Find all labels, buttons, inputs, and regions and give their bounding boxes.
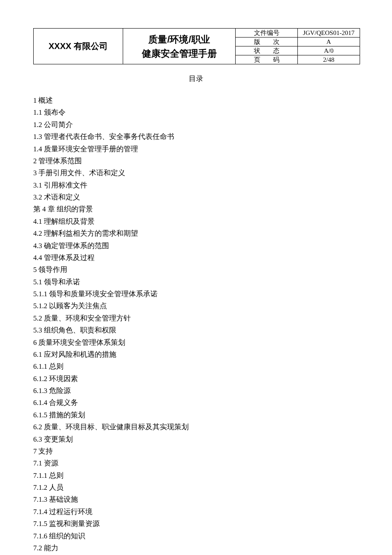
toc-number: 3: [33, 169, 37, 177]
toc-entry: 5.2 质量、环境和安全管理方针: [33, 312, 359, 324]
company-name-cell: XXXX 有限公司: [34, 29, 123, 64]
company-name: XXXX 有限公司: [49, 41, 108, 51]
toc-text: 合规义务: [49, 399, 78, 407]
toc-text: 确定管理体系的范围: [44, 242, 109, 250]
toc-number: 6.1.4: [33, 399, 47, 407]
toc-text: 质量环境安全管理体系策划: [38, 338, 125, 347]
toc-text: 总则: [49, 471, 63, 480]
toc-number: 6.1.1: [33, 362, 47, 370]
toc-number: 7: [33, 447, 37, 455]
toc-number: 7.1.6: [33, 532, 47, 540]
toc-entry: 7.1.2 人员: [33, 482, 359, 494]
toc-number: 3.2: [33, 193, 42, 201]
toc-text: 手册引用文件、术语和定义: [38, 169, 125, 177]
toc-number: 6.1.3: [33, 387, 47, 395]
toc-entry: 第 4 章 组织的背景: [33, 203, 359, 215]
toc-entry: 7.1.6 组织的知识: [33, 530, 359, 542]
toc-text: 组织的背景: [57, 205, 93, 213]
meta-value-version: A: [298, 38, 360, 46]
toc-number: 7.1.3: [33, 495, 47, 503]
document-page: XXXX 有限公司 质量/环境/职业 健康安全管理手册 文件编号 JGV/QEO…: [0, 0, 392, 555]
toc-number: 7.1.4: [33, 508, 47, 516]
meta-value-status: A/0: [298, 46, 360, 55]
toc-text: 危险源: [49, 387, 71, 395]
toc-entry: 4.4 管理体系及过程: [33, 252, 359, 264]
toc-text: 管理体系范围: [38, 157, 82, 165]
toc-number: 6.1: [33, 350, 42, 358]
toc-text: 领导和承诺: [44, 278, 80, 286]
toc-number: 1.4: [33, 145, 42, 153]
toc-entry: 3.2 术语和定义: [33, 191, 359, 203]
toc-entry: 6.2 质量、环境目标、职业健康目标及其实现策划: [33, 421, 359, 433]
toc-entry: 7.1.1 总则: [33, 470, 359, 482]
toc-heading: 目录: [33, 74, 359, 84]
toc-entry: 6.1.1 总则: [33, 361, 359, 373]
toc-entry: 4.3 确定管理体系的范围: [33, 240, 359, 252]
toc-entry: 7.2 能力: [33, 542, 359, 554]
toc-text: 质量环境安全管理手册的管理: [44, 145, 138, 153]
toc-text: 支持: [38, 447, 53, 455]
toc-number: 1: [33, 96, 37, 104]
toc-entry: 6.1.2 环境因素: [33, 373, 359, 385]
toc-text: 变更策划: [44, 435, 73, 443]
toc-entry: 1.1 颁布令: [33, 107, 359, 119]
toc-number: 7.1: [33, 459, 42, 467]
toc-text: 术语和定义: [44, 193, 80, 201]
toc-text: 理解利益相关方的需求和期望: [44, 229, 138, 237]
toc-entry: 4.2 理解利益相关方的需求和期望: [33, 228, 359, 240]
toc-text: 监视和测量资源: [49, 520, 100, 528]
toc-number: 5.2: [33, 314, 42, 322]
toc-text: 以顾客为关注焦点: [49, 302, 107, 310]
toc-entry: 6.1 应对风险和机遇的措施: [33, 349, 359, 361]
toc-entry: 7.1.4 过程运行环境: [33, 506, 359, 518]
doc-title-cell: 质量/环境/职业 健康安全管理手册: [123, 29, 236, 64]
toc-entry: 5.1 领导和承诺: [33, 276, 359, 288]
toc-entry: 1.4 质量环境安全管理手册的管理: [33, 143, 359, 155]
toc-number: 4.1: [33, 217, 42, 225]
toc-text: 人员: [49, 483, 63, 491]
meta-label-version: 版 次: [236, 38, 298, 46]
toc-entry: 3 手册引用文件、术语和定义: [33, 167, 359, 179]
toc-text: 质量、环境和安全管理方针: [44, 314, 131, 322]
toc-number: 5.1.2: [33, 302, 47, 310]
toc-text: 质量、环境目标、职业健康目标及其实现策划: [44, 423, 189, 431]
toc-entry: 6.1.5 措施的策划: [33, 409, 359, 421]
meta-value-doc-no: JGV/QEOS01-2017: [298, 29, 360, 38]
toc-entry: 7.1.5 监视和测量资源: [33, 518, 359, 530]
toc-text: 基础设施: [49, 495, 78, 503]
toc-text: 领导和质量环境安全管理体系承诺: [49, 290, 158, 298]
doc-header-table: XXXX 有限公司 质量/环境/职业 健康安全管理手册 文件编号 JGV/QEO…: [33, 28, 360, 64]
toc-entry: 7.1.3 基础设施: [33, 494, 359, 506]
toc-text: 措施的策划: [49, 411, 85, 419]
toc-entry: 5.1.2 以顾客为关注焦点: [33, 300, 359, 312]
meta-label-doc-no: 文件编号: [236, 29, 298, 38]
toc-text: 资源: [44, 459, 58, 467]
meta-label-page: 页 码: [236, 55, 298, 64]
toc-entry: 5.1.1 领导和质量环境安全管理体系承诺: [33, 288, 359, 300]
toc-number: 7.2: [33, 544, 42, 552]
doc-title-line1: 质量/环境/职业: [123, 32, 235, 46]
toc-number: 5.3: [33, 326, 42, 334]
doc-title-line2: 健康安全管理手册: [123, 46, 235, 61]
toc-text: 总则: [49, 362, 63, 370]
toc-number: 5.1: [33, 278, 42, 286]
toc-text: 领导作用: [38, 266, 67, 274]
toc-entry: 1.2 公司简介: [33, 119, 359, 131]
toc-text: 组织的知识: [49, 532, 85, 540]
toc-number: 1.2: [33, 121, 42, 129]
toc-entry: 4.1 理解组织及背景: [33, 216, 359, 228]
toc-number: 第 4 章: [33, 205, 55, 213]
toc-text: 管理体系及过程: [44, 254, 95, 262]
toc-text: 公司简介: [44, 121, 73, 129]
toc-entry: 6.1.3 危险源: [33, 385, 359, 397]
toc-number: 2: [33, 157, 37, 165]
toc-entry: 6.1.4 合规义务: [33, 397, 359, 409]
toc-text: 环境因素: [49, 375, 78, 383]
toc-number: 1.1: [33, 108, 42, 116]
toc-text: 管理者代表任命书、安全事务代表任命书: [44, 133, 174, 141]
toc-text: 应对风险和机遇的措施: [44, 350, 116, 358]
meta-label-status: 状 态: [236, 46, 298, 55]
toc-number: 7.1.5: [33, 520, 47, 528]
toc-number: 6.3: [33, 435, 42, 443]
toc-number: 5: [33, 266, 37, 274]
